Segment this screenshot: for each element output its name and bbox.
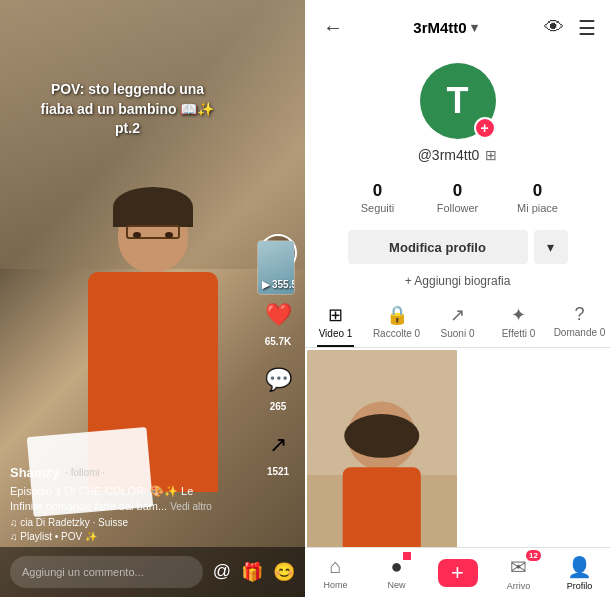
profile-action-buttons: Modifica profilo ▾ [305,224,610,270]
video-grid: ▶ 355.5K [305,348,610,547]
nav-inbox[interactable]: ✉ Arrivo 12 [488,548,549,597]
profile-panel: ← 3rM4tt0 ▾ 👁 ☰ T + @3rm4tt0 ⊞ 0 Seguiti… [305,0,610,597]
profile-nav-label: Profilo [567,581,593,591]
emoji-icon[interactable]: 😊 [273,561,295,583]
stat-seguiti[interactable]: 0 Seguiti [348,181,408,214]
bottom-nav: ⌂ Home ● New + ✉ Arrivo 12 👤 Profilo [305,547,610,597]
tab-suoni[interactable]: ↗ Suoni 0 [427,296,488,347]
comment-bar: Aggiungi un commento... @ 🎁 😊 [0,547,305,597]
video-follow-badge: · follomi · [65,467,105,478]
edit-profile-button[interactable]: Modifica profilo [348,230,528,264]
stat-follower[interactable]: 0 Follower [428,181,488,214]
person-hair [113,187,193,227]
tab-suoni-label: Suoni 0 [441,328,475,339]
comment-icons: @ 🎁 😊 [213,561,295,583]
share-action[interactable]: ↗ 1521 [259,426,297,477]
follower-count: 0 [453,181,462,201]
nav-add-post[interactable]: + [427,548,488,597]
header-actions: 👁 ☰ [544,16,596,40]
add-post-button[interactable]: + [438,559,478,587]
dropdown-icon[interactable]: ▾ [471,20,478,35]
home-icon: ⌂ [329,555,341,578]
svg-point-5 [344,414,419,458]
home-label: Home [323,580,347,590]
grid-video-1-thumb [307,350,457,547]
comment-count: 265 [270,401,287,412]
add-biography-btn[interactable]: + Aggiungi biografia [305,270,610,296]
tab-raccolte[interactable]: 🔒 Raccolte 0 [366,296,427,347]
header-title-row: 3rM4tt0 ▾ [413,19,477,36]
video-overlay-text: POV: sto leggendo una fiaba ad un bambin… [0,80,255,139]
share-icon: ↗ [259,426,297,464]
comment-icon: 💬 [259,361,297,399]
eye-icon[interactable]: 👁 [544,16,564,39]
profile-avatar: T + [420,63,496,139]
back-button[interactable]: ← [319,12,347,43]
heart-icon: ❤️ [259,296,297,334]
comment-placeholder: Aggiungi un commento... [22,566,144,578]
follower-label: Follower [437,202,479,214]
video-user-row: Shamzy · follomi · [10,465,250,480]
nav-home[interactable]: ⌂ Home [305,548,366,597]
tab-effetti[interactable]: ✦ Effetti 0 [488,296,549,347]
comment-input[interactable]: Aggiungi un commento... [10,556,203,588]
avatar-letter: T [447,80,469,122]
raccolte-tab-icon: 🔒 [386,304,408,326]
person-eye-right [165,232,173,238]
seguiti-label: Seguiti [361,202,395,214]
gift-icon[interactable]: 🎁 [241,561,263,583]
mipiace-count: 0 [533,181,542,201]
comment-action[interactable]: 💬 265 [259,361,297,412]
effetti-tab-icon: ✦ [511,304,526,326]
video-panel: POV: sto leggendo una fiaba ad un bambin… [0,0,305,597]
video-playlist: ♫ Playlist • POV ✨ [10,531,250,542]
profile-nav-icon: 👤 [567,555,592,579]
like-count: 65.7K [265,336,292,347]
profile-dropdown-button[interactable]: ▾ [534,230,568,264]
tab-domande[interactable]: ? Domande 0 [549,296,610,347]
mipiace-label: Mi piace [517,202,558,214]
avatar-section: T + @3rm4tt0 ⊞ [305,51,610,171]
svg-rect-6 [343,467,421,547]
share-count: 1521 [267,466,289,477]
inbox-badge: 12 [526,550,541,561]
profile-header: ← 3rM4tt0 ▾ 👁 ☰ [305,0,610,51]
grid-video-1[interactable]: ▶ 355.5K [307,350,457,547]
inbox-icon: ✉ [510,555,527,579]
username-row: @3rm4tt0 ⊞ [418,147,498,163]
inbox-label: Arrivo [507,581,531,591]
qr-icon[interactable]: ⊞ [485,147,497,163]
new-label: New [387,580,405,590]
stat-mipiace[interactable]: 0 Mi piace [508,181,568,214]
like-action[interactable]: ❤️ 65.7K [259,296,297,347]
stats-row: 0 Seguiti 0 Follower 0 Mi piace [305,171,610,224]
see-more-link[interactable]: Vedi altro [170,501,212,512]
tab-effetti-label: Effetti 0 [502,328,536,339]
menu-icon[interactable]: ☰ [578,16,596,40]
person-eye-left [133,232,141,238]
nav-profile[interactable]: 👤 Profilo [549,548,610,597]
nav-new[interactable]: ● New [366,548,427,597]
tab-raccolte-label: Raccolte 0 [373,328,420,339]
mini-video-preview[interactable]: ▶ 355.5K [257,240,295,295]
video-info: Shamzy · follomi · Episodio 1 DI CHE COL… [10,465,250,542]
tab-domande-label: Domande 0 [554,327,606,338]
profile-title: 3rM4tt0 [413,19,466,36]
profile-tabs: ⊞ Video 1 🔒 Raccolte 0 ↗ Suoni 0 ✦ Effet… [305,296,610,348]
video-grid-inner: ▶ 355.5K [307,350,608,547]
tab-video[interactable]: ⊞ Video 1 [305,296,366,347]
video-username: Shamzy [10,465,59,480]
header-back[interactable]: ← [319,12,347,43]
video-description: Episodio 1 DI CHE COLOR: 🎨✨ Le Infinite … [10,484,250,513]
grid-thumb-svg [307,350,457,547]
video-tab-icon: ⊞ [328,304,343,326]
person-head [118,197,188,272]
seguiti-count: 0 [373,181,382,201]
mini-video-count: ▶ 355.5K [262,279,295,290]
avatar-add-button[interactable]: + [474,117,496,139]
suoni-tab-icon: ↗ [450,304,465,326]
domande-tab-icon: ? [574,304,584,325]
discover-icon: ● [390,555,402,578]
video-music: ♫ cia Di Radetzky · Suisse [10,517,250,528]
mention-icon[interactable]: @ [213,561,231,583]
